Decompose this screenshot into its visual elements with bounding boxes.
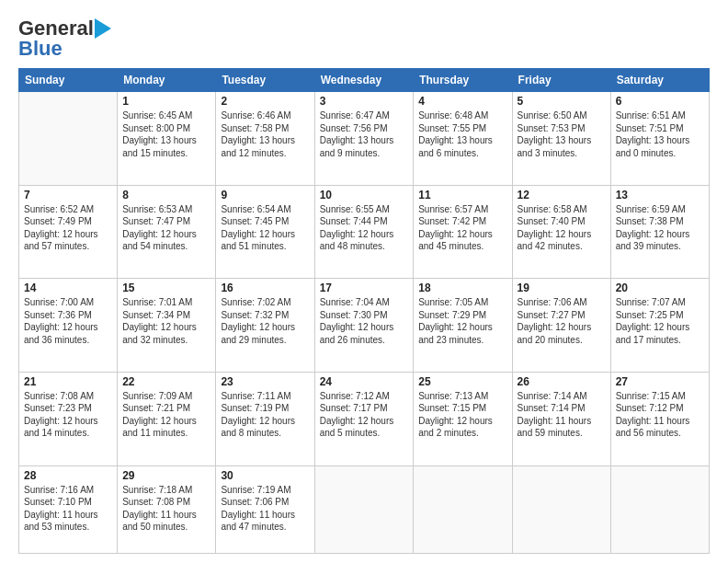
day-number: 3 (320, 95, 409, 108)
day-info: Sunrise: 7:01 AMSunset: 7:34 PMDaylight:… (122, 296, 210, 346)
day-number: 28 (24, 469, 112, 482)
calendar-cell: 10Sunrise: 6:55 AMSunset: 7:44 PMDayligh… (314, 185, 414, 279)
calendar-cell: 26Sunrise: 7:14 AMSunset: 7:14 PMDayligh… (512, 372, 610, 465)
calendar-week-1: 1Sunrise: 6:45 AMSunset: 8:00 PMDaylight… (19, 92, 710, 186)
calendar-cell (512, 465, 610, 554)
day-number: 2 (221, 95, 309, 108)
calendar-cell: 11Sunrise: 6:57 AMSunset: 7:42 PMDayligh… (414, 185, 512, 279)
day-info: Sunrise: 7:00 AMSunset: 7:36 PMDaylight:… (24, 296, 112, 346)
calendar-cell (314, 465, 414, 554)
calendar-cell: 30Sunrise: 7:19 AMSunset: 7:06 PMDayligh… (216, 465, 314, 554)
day-number: 25 (418, 375, 506, 388)
calendar-week-5: 28Sunrise: 7:16 AMSunset: 7:10 PMDayligh… (19, 465, 710, 554)
day-info: Sunrise: 7:09 AMSunset: 7:21 PMDaylight:… (122, 390, 210, 440)
calendar-header-monday: Monday (118, 69, 216, 92)
calendar-header-tuesday: Tuesday (216, 69, 314, 92)
calendar-week-3: 14Sunrise: 7:00 AMSunset: 7:36 PMDayligh… (19, 279, 710, 373)
day-info: Sunrise: 6:45 AMSunset: 8:00 PMDaylight:… (122, 109, 210, 159)
day-number: 11 (418, 189, 506, 201)
day-info: Sunrise: 6:55 AMSunset: 7:44 PMDaylight:… (320, 203, 409, 253)
day-info: Sunrise: 7:06 AMSunset: 7:27 PMDaylight:… (518, 296, 606, 346)
day-number: 22 (122, 375, 210, 388)
day-info: Sunrise: 7:18 AMSunset: 7:08 PMDaylight:… (122, 484, 210, 534)
day-info: Sunrise: 6:48 AMSunset: 7:55 PMDaylight:… (418, 109, 506, 159)
calendar-cell: 16Sunrise: 7:02 AMSunset: 7:32 PMDayligh… (216, 279, 314, 373)
day-number: 29 (122, 469, 210, 482)
day-info: Sunrise: 6:59 AMSunset: 7:38 PMDaylight:… (616, 203, 704, 253)
calendar-cell: 20Sunrise: 7:07 AMSunset: 7:25 PMDayligh… (610, 279, 709, 373)
calendar-cell (19, 92, 118, 186)
calendar-cell (610, 465, 709, 554)
calendar-cell: 8Sunrise: 6:53 AMSunset: 7:47 PMDaylight… (118, 185, 216, 279)
calendar-cell: 12Sunrise: 6:58 AMSunset: 7:40 PMDayligh… (512, 185, 610, 279)
day-info: Sunrise: 7:16 AMSunset: 7:10 PMDaylight:… (24, 484, 112, 534)
calendar-cell: 24Sunrise: 7:12 AMSunset: 7:17 PMDayligh… (314, 372, 414, 465)
calendar-cell: 22Sunrise: 7:09 AMSunset: 7:21 PMDayligh… (118, 372, 216, 465)
day-number: 26 (518, 375, 606, 388)
day-number: 27 (616, 375, 704, 388)
day-number: 6 (616, 95, 704, 108)
day-info: Sunrise: 6:54 AMSunset: 7:45 PMDaylight:… (221, 203, 309, 253)
day-number: 19 (518, 282, 606, 294)
calendar-cell: 28Sunrise: 7:16 AMSunset: 7:10 PMDayligh… (19, 465, 118, 554)
calendar-cell: 27Sunrise: 7:15 AMSunset: 7:12 PMDayligh… (610, 372, 709, 465)
day-info: Sunrise: 7:08 AMSunset: 7:23 PMDaylight:… (24, 390, 112, 440)
calendar-cell: 23Sunrise: 7:11 AMSunset: 7:19 PMDayligh… (216, 372, 314, 465)
day-number: 12 (518, 189, 606, 201)
day-info: Sunrise: 7:14 AMSunset: 7:14 PMDaylight:… (518, 390, 606, 440)
day-info: Sunrise: 6:51 AMSunset: 7:51 PMDaylight:… (616, 109, 704, 159)
day-number: 9 (221, 189, 309, 201)
calendar-cell: 25Sunrise: 7:13 AMSunset: 7:15 PMDayligh… (414, 372, 512, 465)
calendar-cell (414, 465, 512, 554)
calendar-header-thursday: Thursday (414, 69, 512, 92)
day-info: Sunrise: 7:12 AMSunset: 7:17 PMDaylight:… (320, 390, 409, 440)
calendar-cell: 15Sunrise: 7:01 AMSunset: 7:34 PMDayligh… (118, 279, 216, 373)
calendar-header-saturday: Saturday (610, 69, 709, 92)
calendar-cell: 1Sunrise: 6:45 AMSunset: 8:00 PMDaylight… (118, 92, 216, 186)
day-info: Sunrise: 6:47 AMSunset: 7:56 PMDaylight:… (320, 109, 409, 159)
calendar-cell: 21Sunrise: 7:08 AMSunset: 7:23 PMDayligh… (19, 372, 118, 465)
day-number: 7 (24, 189, 112, 201)
day-info: Sunrise: 6:50 AMSunset: 7:53 PMDaylight:… (518, 109, 606, 159)
logo: General Blue (18, 17, 111, 61)
calendar-cell: 19Sunrise: 7:06 AMSunset: 7:27 PMDayligh… (512, 279, 610, 373)
day-info: Sunrise: 6:46 AMSunset: 7:58 PMDaylight:… (221, 109, 309, 159)
logo-arrow-icon (95, 18, 111, 39)
calendar-cell: 29Sunrise: 7:18 AMSunset: 7:08 PMDayligh… (118, 465, 216, 554)
day-number: 5 (518, 95, 606, 108)
calendar-cell: 13Sunrise: 6:59 AMSunset: 7:38 PMDayligh… (610, 185, 709, 279)
calendar-header-wednesday: Wednesday (314, 69, 414, 92)
day-info: Sunrise: 7:13 AMSunset: 7:15 PMDaylight:… (418, 390, 506, 440)
day-number: 30 (221, 469, 309, 482)
day-number: 21 (24, 375, 112, 388)
day-info: Sunrise: 7:15 AMSunset: 7:12 PMDaylight:… (616, 390, 704, 440)
day-number: 20 (616, 282, 704, 294)
day-info: Sunrise: 7:19 AMSunset: 7:06 PMDaylight:… (221, 484, 309, 534)
day-number: 18 (418, 282, 506, 294)
calendar-cell: 18Sunrise: 7:05 AMSunset: 7:29 PMDayligh… (414, 279, 512, 373)
calendar-cell: 7Sunrise: 6:52 AMSunset: 7:49 PMDaylight… (19, 185, 118, 279)
calendar-week-4: 21Sunrise: 7:08 AMSunset: 7:23 PMDayligh… (19, 372, 710, 465)
calendar-cell: 14Sunrise: 7:00 AMSunset: 7:36 PMDayligh… (19, 279, 118, 373)
calendar-cell: 6Sunrise: 6:51 AMSunset: 7:51 PMDaylight… (610, 92, 709, 186)
day-info: Sunrise: 6:52 AMSunset: 7:49 PMDaylight:… (24, 203, 112, 253)
header: General Blue (18, 17, 710, 61)
calendar-cell: 9Sunrise: 6:54 AMSunset: 7:45 PMDaylight… (216, 185, 314, 279)
day-info: Sunrise: 6:58 AMSunset: 7:40 PMDaylight:… (518, 203, 606, 253)
calendar-cell: 3Sunrise: 6:47 AMSunset: 7:56 PMDaylight… (314, 92, 414, 186)
calendar-header-row: SundayMondayTuesdayWednesdayThursdayFrid… (19, 69, 710, 92)
day-number: 15 (122, 282, 210, 294)
logo-blue-text: Blue (18, 37, 63, 61)
calendar-week-2: 7Sunrise: 6:52 AMSunset: 7:49 PMDaylight… (19, 185, 710, 279)
calendar-header-friday: Friday (512, 69, 610, 92)
day-info: Sunrise: 7:02 AMSunset: 7:32 PMDaylight:… (221, 296, 309, 346)
day-info: Sunrise: 6:53 AMSunset: 7:47 PMDaylight:… (122, 203, 210, 253)
day-info: Sunrise: 7:07 AMSunset: 7:25 PMDaylight:… (616, 296, 704, 346)
day-info: Sunrise: 6:57 AMSunset: 7:42 PMDaylight:… (418, 203, 506, 253)
day-number: 16 (221, 282, 309, 294)
day-info: Sunrise: 7:11 AMSunset: 7:19 PMDaylight:… (221, 390, 309, 440)
day-number: 14 (24, 282, 112, 294)
day-number: 17 (320, 282, 409, 294)
day-info: Sunrise: 7:04 AMSunset: 7:30 PMDaylight:… (320, 296, 409, 346)
day-number: 10 (320, 189, 409, 201)
